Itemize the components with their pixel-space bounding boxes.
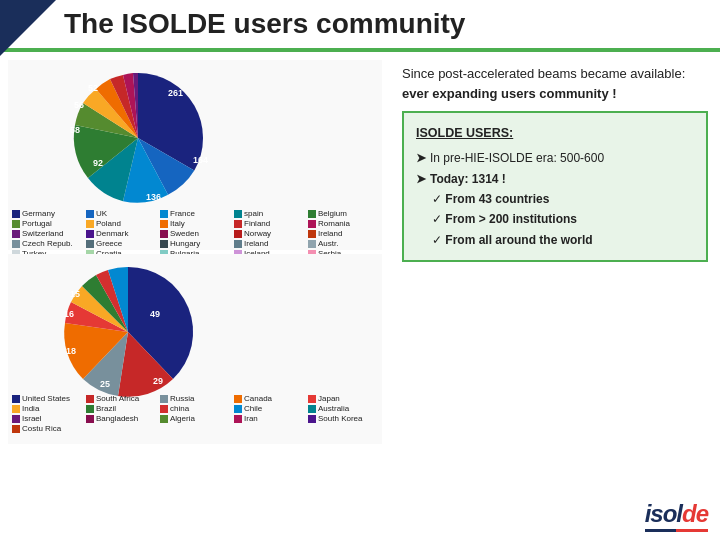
charts-area: 261 164 136 92 58 56 52 Germany UK Franc… xyxy=(0,52,390,536)
check-text-3: From all around the world xyxy=(445,233,592,247)
top-pie-chart: 261 164 136 92 58 56 52 xyxy=(8,60,388,215)
header-triangle xyxy=(0,0,56,56)
check-text-1: From 43 countries xyxy=(445,192,549,206)
pre-hie-item: ➤ In pre-HIE-ISOLDE era: 500-600 xyxy=(416,148,694,168)
svg-text:25: 25 xyxy=(100,379,110,389)
svg-text:52: 52 xyxy=(88,83,98,93)
check-text-2: From > 200 institutions xyxy=(445,212,577,226)
bottom-chart-legend: United States South Africa Russia Canada… xyxy=(8,392,382,435)
svg-text:15: 15 xyxy=(70,289,80,299)
check-item-1: From 43 countries xyxy=(432,189,694,209)
logo-iso: isol xyxy=(645,500,682,527)
top-chart-container: 261 164 136 92 58 56 52 Germany UK Franc… xyxy=(8,60,382,250)
check-item-2: From > 200 institutions xyxy=(432,209,694,229)
svg-text:49: 49 xyxy=(150,309,160,319)
svg-text:56: 56 xyxy=(74,100,84,110)
info-area: Since post-accelerated beams became avai… xyxy=(390,52,720,536)
check-list: From 43 countries From > 200 institution… xyxy=(432,189,694,250)
svg-text:29: 29 xyxy=(153,376,163,386)
arrow-icon-2: ➤ xyxy=(416,169,426,189)
svg-text:58: 58 xyxy=(70,125,80,135)
intro-text: Since post-accelerated beams became avai… xyxy=(402,64,708,103)
today-label: Today: 1314 ! xyxy=(430,169,506,189)
svg-text:164: 164 xyxy=(193,155,208,165)
bottom-pie-chart: 49 29 25 18 16 15 xyxy=(8,254,388,402)
svg-text:136: 136 xyxy=(146,192,161,202)
logo-underline xyxy=(645,529,708,532)
header: The ISOLDE users community xyxy=(0,0,720,48)
today-item: ➤ Today: 1314 ! xyxy=(416,169,694,189)
svg-text:92: 92 xyxy=(93,158,103,168)
main-content: 261 164 136 92 58 56 52 Germany UK Franc… xyxy=(0,52,720,536)
page-title: The ISOLDE users community xyxy=(64,8,465,40)
isolde-logo: isolde xyxy=(645,500,708,528)
logo-de: de xyxy=(682,500,708,527)
svg-text:261: 261 xyxy=(168,88,183,98)
svg-text:16: 16 xyxy=(64,309,74,319)
users-box-title: ISOLDE USERS: xyxy=(416,123,694,144)
svg-text:18: 18 xyxy=(66,346,76,356)
users-info-box: ISOLDE USERS: ➤ In pre-HIE-ISOLDE era: 5… xyxy=(402,111,708,262)
isolde-logo-area: isolde xyxy=(645,500,708,532)
bottom-chart-container: 49 29 25 18 16 15 United States South Af… xyxy=(8,254,382,444)
arrow-icon-1: ➤ xyxy=(416,148,426,168)
pre-hie-label: In pre-HIE-ISOLDE era: 500-600 xyxy=(430,148,604,168)
check-item-3: From all around the world xyxy=(432,230,694,250)
